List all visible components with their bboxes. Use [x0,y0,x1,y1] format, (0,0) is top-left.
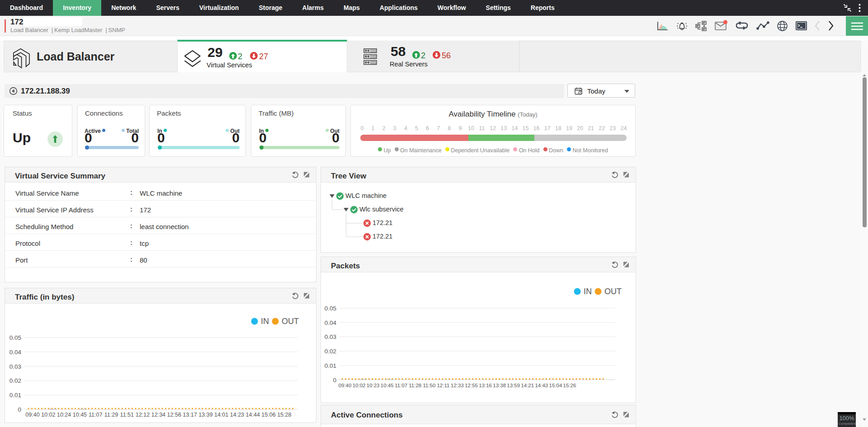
svg-text:12:55: 12:55 [465,383,478,388]
svg-text:0.03: 0.03 [9,363,21,370]
svg-text:0.04: 0.04 [9,349,22,356]
svg-text:IN: IN [261,317,269,326]
svg-text:11:07: 11:07 [395,383,407,388]
svg-text:10:02: 10:02 [41,412,55,418]
svg-text:0.04: 0.04 [325,319,337,326]
svg-text:0.02: 0.02 [9,377,21,384]
svg-text:15:28: 15:28 [277,412,291,418]
svg-text:14:23: 14:23 [230,412,244,418]
svg-text:0.05: 0.05 [9,334,21,341]
svg-text:15:06: 15:06 [261,412,275,418]
svg-text:12:34: 12:34 [151,412,165,418]
svg-text:13:59: 13:59 [507,383,520,388]
svg-text:11:29: 11:29 [104,412,118,418]
svg-text:10:02: 10:02 [353,383,366,388]
svg-text:0.01: 0.01 [325,362,336,369]
svg-text:0.03: 0.03 [325,333,336,340]
svg-text:0: 0 [18,406,21,413]
svg-text:11:51: 11:51 [120,412,134,418]
svg-text:0.01: 0.01 [9,392,21,399]
svg-text:13:39: 13:39 [198,412,212,418]
svg-text:15:04: 15:04 [549,383,562,388]
svg-text:OUT: OUT [604,287,622,296]
svg-text:14:21: 14:21 [521,383,534,388]
svg-text:0.05: 0.05 [325,305,336,312]
svg-text:14:01: 14:01 [214,412,228,418]
svg-text:09:40: 09:40 [25,412,39,418]
svg-text:0: 0 [333,377,336,384]
svg-text:10:24: 10:24 [57,412,71,418]
svg-text:IN: IN [584,287,592,296]
svg-text:12:33: 12:33 [451,383,464,388]
svg-text:12:56: 12:56 [167,412,181,418]
svg-text:13:17: 13:17 [183,412,197,418]
svg-text:12:12: 12:12 [136,412,150,418]
svg-text:10:45: 10:45 [381,383,394,388]
svg-text:11:28: 11:28 [409,383,421,388]
svg-text:11:07: 11:07 [89,412,102,418]
svg-text:10:23: 10:23 [367,383,380,388]
svg-text:10:45: 10:45 [73,412,87,418]
svg-text:11:50: 11:50 [423,383,435,388]
svg-text:14:43: 14:43 [535,383,548,388]
svg-text:12:11: 12:11 [437,383,449,388]
svg-text:OUT: OUT [282,317,299,326]
svg-text:13:38: 13:38 [493,383,506,388]
svg-text:14:44: 14:44 [246,412,260,418]
svg-text:09:40: 09:40 [339,383,352,388]
svg-text:0.02: 0.02 [325,348,336,355]
svg-text:13:16: 13:16 [479,383,492,388]
svg-text:15:26: 15:26 [563,383,576,388]
